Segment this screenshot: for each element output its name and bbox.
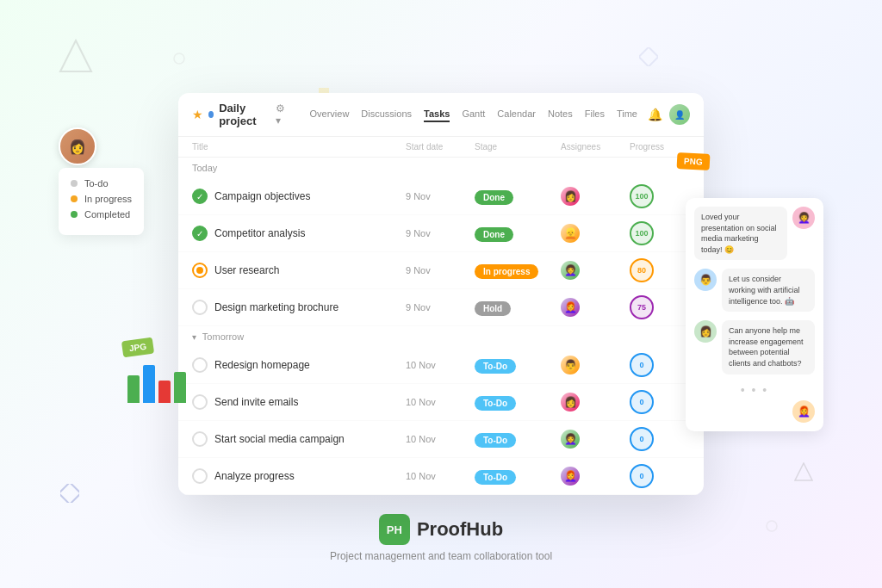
- user-face: 👩: [69, 139, 86, 155]
- task-date: 9 Nov: [406, 191, 475, 201]
- col-stage: Stage: [475, 142, 561, 152]
- progress-cell: 75: [630, 295, 690, 319]
- bar-chart: [127, 365, 186, 403]
- user-avatar: 👩: [59, 127, 96, 165]
- main-wrapper: 👩 To-do In progress Completed PNG JPG ★: [0, 0, 882, 588]
- task-date: 9 Nov: [406, 265, 475, 275]
- legend-dot-completed: [71, 211, 78, 218]
- check-circle-empty[interactable]: [192, 468, 208, 484]
- check-circle-empty[interactable]: [192, 357, 208, 373]
- table-row: Analyze progress 10 Nov To-Do 👩‍🦰 0: [178, 458, 704, 495]
- chat-bubble-1: Loved your presentation on social media …: [694, 207, 787, 260]
- deco-shape-6: [799, 69, 823, 105]
- tagline: Project management and team collaboratio…: [330, 550, 552, 562]
- progress-cell: 100: [630, 221, 690, 245]
- tab-calendar[interactable]: Calendar: [497, 107, 536, 122]
- progress-indicator: 80: [630, 258, 654, 282]
- task-name: Redesign homepage: [214, 359, 310, 371]
- header-avatar: 👤: [669, 104, 690, 125]
- png-sticker: PNG: [677, 152, 711, 170]
- stage-cell: To-Do: [475, 394, 561, 411]
- assignee-cell: 👩‍🦰: [561, 467, 630, 486]
- table-row: ✓ Campaign objectives 9 Nov Done 👩 100: [178, 178, 704, 215]
- stage-cell: Hold: [475, 300, 561, 316]
- task-title-cell: ✓ Competitor analysis: [192, 226, 406, 241]
- tab-time[interactable]: Time: [617, 107, 637, 122]
- avatar: 👩: [561, 187, 580, 206]
- stage-badge-todo: To-Do: [475, 433, 516, 448]
- task-date: 10 Nov: [406, 397, 475, 407]
- chat-avatar-3: 👩: [694, 320, 717, 343]
- legend-label-todo: To-do: [84, 178, 109, 189]
- task-date: 10 Nov: [406, 434, 475, 444]
- header-icons: 🔔 👤: [648, 104, 690, 125]
- svg-marker-0: [60, 40, 91, 71]
- svg-rect-3: [639, 47, 658, 66]
- stage-badge-done: Done: [475, 190, 513, 205]
- check-icon: ✓: [196, 192, 203, 201]
- bar-3: [158, 381, 171, 403]
- table-row: Redesign homepage 10 Nov To-Do 👨 0: [178, 347, 704, 384]
- task-name: Campaign objectives: [214, 190, 310, 202]
- tab-discussions[interactable]: Discussions: [361, 107, 412, 122]
- tab-gantt[interactable]: Gantt: [462, 107, 485, 122]
- project-title-area: ★ Daily project ⚙ ▾: [192, 102, 289, 127]
- bar-1: [127, 375, 140, 403]
- avatar: 👩‍🦰: [561, 298, 580, 317]
- avatar: 👱: [561, 224, 580, 243]
- col-title: Title: [192, 142, 406, 152]
- svg-marker-5: [799, 81, 823, 102]
- assignee-cell: 👩‍🦱: [561, 430, 630, 449]
- project-name: Daily project: [219, 102, 270, 127]
- legend-label-inprogress: In progress: [84, 194, 132, 204]
- check-circle-inprogress[interactable]: [192, 263, 208, 278]
- section-today: Today: [178, 158, 704, 178]
- check-circle-empty[interactable]: [192, 300, 208, 315]
- stage-cell: To-Do: [475, 431, 561, 448]
- check-circle-done[interactable]: ✓: [192, 226, 208, 241]
- bell-icon[interactable]: 🔔: [648, 108, 662, 121]
- progress-cell: 80: [630, 258, 690, 282]
- check-circle-done[interactable]: ✓: [192, 189, 208, 204]
- task-name: Competitor analysis: [214, 227, 305, 239]
- stage-cell: To-Do: [475, 468, 561, 485]
- nav-tabs: Overview Discussions Tasks Gantt Calenda…: [310, 107, 637, 122]
- progress-indicator: 100: [630, 184, 654, 208]
- task-name: User research: [214, 264, 279, 276]
- table-row: Start social media campaign 10 Nov To-Do…: [178, 421, 704, 458]
- progress-indicator: 0: [630, 390, 654, 414]
- assignee-cell: 👩‍🦱: [561, 261, 630, 280]
- avatar: 👩‍🦱: [561, 261, 580, 280]
- progress-indicator: 100: [630, 221, 654, 245]
- stage-badge: In progress: [475, 264, 538, 279]
- avatar: 👩: [561, 393, 580, 412]
- check-circle-empty[interactable]: [192, 431, 208, 447]
- chat-bubble-3: Can anyone help me increase engagement b…: [722, 320, 815, 374]
- progress-indicator: 0: [630, 353, 654, 377]
- chat-avatar-4: 👩‍🦰: [792, 400, 815, 423]
- table-header: Title Start date Stage Assignees Progres…: [178, 137, 704, 158]
- settings-icon[interactable]: ⚙ ▾: [276, 102, 289, 127]
- chat-message-2: 👨 Let us consider working with artificia…: [694, 269, 815, 312]
- task-date: 9 Nov: [406, 302, 475, 313]
- assignee-cell: 👱: [561, 224, 630, 243]
- tab-overview[interactable]: Overview: [310, 107, 350, 122]
- task-title-cell: Design marketing brochure: [192, 300, 406, 315]
- task-name: Analyze progress: [214, 470, 295, 482]
- tab-tasks[interactable]: Tasks: [424, 107, 450, 122]
- stage-badge-todo: To-Do: [475, 396, 516, 411]
- task-title-cell: Send invite emails: [192, 394, 406, 410]
- typing-indicator: • • •: [694, 383, 815, 397]
- stage-cell: Done: [475, 189, 561, 205]
- check-circle-empty[interactable]: [192, 394, 208, 410]
- star-icon: ★: [192, 108, 203, 121]
- chevron-icon[interactable]: ▾: [192, 332, 196, 342]
- svg-point-1: [174, 53, 184, 64]
- tab-files[interactable]: Files: [585, 107, 605, 122]
- chat-panel: Loved your presentation on social media …: [686, 198, 823, 431]
- tab-notes[interactable]: Notes: [548, 107, 573, 122]
- avatar: 👩‍🦱: [561, 430, 580, 449]
- progress-cell: 0: [630, 390, 690, 414]
- task-title-cell: User research: [192, 263, 406, 278]
- assignee-cell: 👩: [561, 187, 630, 206]
